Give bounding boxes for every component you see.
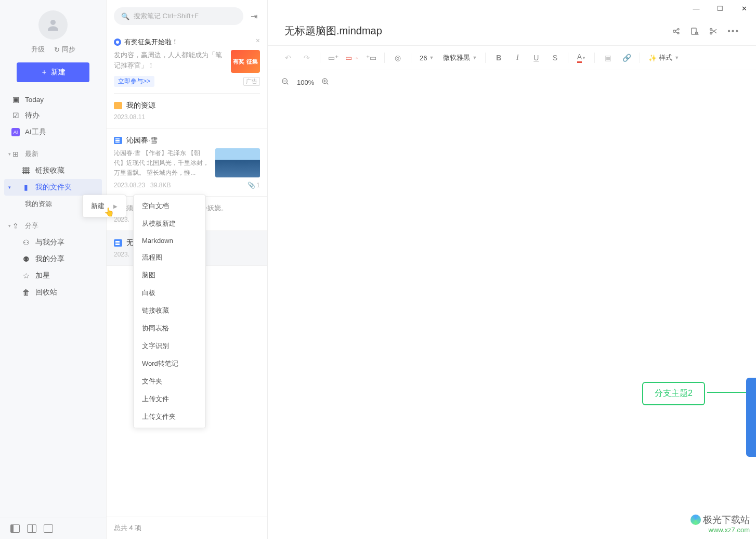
section-recent[interactable]: ▾⊞最新 xyxy=(4,146,102,162)
ad-badge: 广告 xyxy=(243,77,260,86)
link-icon: 𐄳 xyxy=(22,166,30,175)
nav-my-folders[interactable]: ▾▮我的文件夹 xyxy=(4,179,102,196)
minimize-button[interactable]: — xyxy=(684,0,708,17)
panel-footer: 总共 4 项 xyxy=(107,517,267,539)
image-button[interactable]: ▣ xyxy=(599,50,617,66)
nav-ai-tools[interactable]: AIAI工具 xyxy=(4,124,102,140)
bold-button[interactable]: B xyxy=(490,50,507,66)
search-doc-icon[interactable] xyxy=(690,27,699,36)
svg-point-1 xyxy=(673,30,676,32)
search-icon: 🔍 xyxy=(121,12,129,20)
ctx-blank-doc[interactable]: 空白文档 xyxy=(134,197,205,215)
upgrade-link[interactable]: 升级 xyxy=(31,45,45,54)
trash-icon: 🗑 xyxy=(22,288,30,297)
ctx-ocr[interactable]: 文字识别 xyxy=(134,337,205,355)
zoom-level: 100% xyxy=(297,79,314,86)
toolbar: ↶ ↷ ▭⁺ ▭→ ⁺▭ ◎ 26 ▼ 微软雅黑 ▼ B I U S A ▼ ▣… xyxy=(268,45,756,70)
ctx-whiteboard[interactable]: 白板 xyxy=(134,284,205,302)
underline-button[interactable]: U xyxy=(527,50,545,66)
share-icon[interactable] xyxy=(671,27,681,36)
insert-parent-button[interactable]: ⁺▭ xyxy=(362,50,380,66)
mindmap-node-left[interactable]: 分支主题2 xyxy=(642,382,705,405)
promo-link[interactable]: 立即参与>> xyxy=(114,76,154,87)
font-color-button[interactable]: A ▼ xyxy=(572,50,590,66)
svg-point-2 xyxy=(677,28,679,30)
scissors-icon[interactable] xyxy=(709,27,718,36)
promo-banner: 有奖征集开始啦！ × 发内容，赢周边，人人都能成为「笔记推荐官」！ 有奖 征集 … xyxy=(114,33,260,94)
grid-icon: ⊞ xyxy=(11,150,20,158)
ctx-mindmap[interactable]: 脑图 xyxy=(134,266,205,284)
maximize-button[interactable]: ☐ xyxy=(708,0,732,17)
context-submenu-new: 空白文档 从模板新建 Markdown 流程图 脑图 白板 链接收藏 协同表格 … xyxy=(133,195,206,428)
checkbox-icon: ☑ xyxy=(11,111,20,120)
watermark: 极光下载站 www.xz7.com xyxy=(690,514,750,534)
more-icon[interactable]: ••• xyxy=(727,27,739,36)
collapse-panel-icon[interactable]: ⇥ xyxy=(247,10,260,22)
ctx-markdown[interactable]: Markdown xyxy=(134,233,205,249)
caret-icon: ▾ xyxy=(8,185,11,190)
italic-button[interactable]: I xyxy=(509,50,526,66)
avatar[interactable] xyxy=(38,10,68,40)
ctx-from-template[interactable]: 从模板新建 xyxy=(134,215,205,233)
nav-trash[interactable]: 🗑回收站 xyxy=(4,284,102,301)
layout-left-icon[interactable] xyxy=(10,524,20,533)
user-profile: 升级 ↻ 同步 xyxy=(0,10,106,54)
mindmap-node-center[interactable]: 中心主题 xyxy=(746,378,756,457)
font-size-select[interactable]: 26 ▼ xyxy=(415,50,438,66)
calendar-icon: ▣ xyxy=(11,95,20,104)
ctx-upload-file[interactable]: 上传文件 xyxy=(134,390,205,408)
person-icon: ⚉ xyxy=(22,255,30,263)
layout-center-icon[interactable] xyxy=(27,524,36,533)
zoom-in-button[interactable] xyxy=(321,78,330,87)
promo-image: 有奖 征集 xyxy=(231,50,260,73)
strikethrough-button[interactable]: S xyxy=(546,50,564,66)
ctx-upload-folder[interactable]: 上传文件夹 xyxy=(134,408,205,426)
ctx-link-collection[interactable]: 链接收藏 xyxy=(134,302,205,319)
ai-icon: AI xyxy=(11,128,20,136)
ctx-word-import[interactable]: Word转笔记 xyxy=(134,355,205,373)
zoom-out-button[interactable] xyxy=(281,78,290,87)
new-button[interactable]: ＋ 新建 xyxy=(17,62,89,82)
style-select[interactable]: ✨样式 ▼ xyxy=(644,50,683,66)
nav-today[interactable]: ▣Today xyxy=(4,92,102,107)
sync-link[interactable]: ↻ 同步 xyxy=(54,45,75,54)
search-input[interactable]: 🔍 搜索笔记 Ctrl+Shift+F xyxy=(114,7,243,25)
folder-icon: ▮ xyxy=(22,183,30,191)
nav-link-collection[interactable]: 𐄳链接收藏 xyxy=(4,162,102,179)
chevron-down-icon: ▼ xyxy=(472,55,477,60)
insert-sibling-button[interactable]: ▭→ xyxy=(343,50,361,66)
caret-icon: ▾ xyxy=(8,223,11,228)
people-icon: ⚇ xyxy=(22,238,30,247)
close-icon[interactable]: × xyxy=(256,36,260,45)
chevron-down-icon: ▼ xyxy=(429,55,434,60)
attachment-icon: 📎1 xyxy=(247,182,260,189)
ctx-folder[interactable]: 文件夹 xyxy=(134,373,205,390)
note-item-doc[interactable]: 沁园春·雪 沁园春·雪 【作者】毛泽东 【朝代】近现代 北国风光，千里冰封，万里… xyxy=(107,129,267,197)
insert-child-button[interactable]: ▭⁺ xyxy=(324,50,342,66)
cursor-pointer-icon: 👆 xyxy=(104,207,114,217)
nav-my-shares[interactable]: ⚉我的分享 xyxy=(4,251,102,267)
promo-title: 有奖征集开始啦！ xyxy=(124,37,178,47)
mindmap-canvas[interactable]: 分支主题2 中心主题 分支主题1 分支主题3 i xyxy=(268,95,756,539)
document-title[interactable]: 无标题脑图.mindmap xyxy=(284,24,382,38)
undo-button[interactable]: ↶ xyxy=(279,50,297,66)
section-share[interactable]: ▾⇪分享 xyxy=(4,217,102,234)
chevron-down-icon: ▼ xyxy=(582,56,586,60)
star-icon: ☆ xyxy=(22,272,30,280)
nav-starred[interactable]: ☆加星 xyxy=(4,267,102,284)
svg-point-0 xyxy=(50,20,56,25)
layout-right-icon[interactable] xyxy=(44,524,53,533)
ctx-flowchart[interactable]: 流程图 xyxy=(134,249,205,266)
location-button[interactable]: ◎ xyxy=(389,50,407,66)
ctx-collab-sheet[interactable]: 协同表格 xyxy=(134,319,205,337)
connector-lines xyxy=(268,95,756,539)
nav-todo[interactable]: ☑待办 xyxy=(4,107,102,124)
left-sidebar: 升级 ↻ 同步 ＋ 新建 ▣Today ☑待办 AIAI工具 ▾⊞最新 𐄳链接收… xyxy=(0,0,107,539)
font-family-select[interactable]: 微软雅黑 ▼ xyxy=(439,50,481,66)
nav-shared-with-me[interactable]: ⚇与我分享 xyxy=(4,234,102,251)
link-button[interactable]: 🔗 xyxy=(618,50,635,66)
note-item-folder[interactable]: 我的资源 2023.08.11 xyxy=(107,94,267,129)
redo-button[interactable]: ↷ xyxy=(298,50,316,66)
note-thumbnail xyxy=(215,148,260,177)
close-button[interactable]: ✕ xyxy=(732,0,756,17)
